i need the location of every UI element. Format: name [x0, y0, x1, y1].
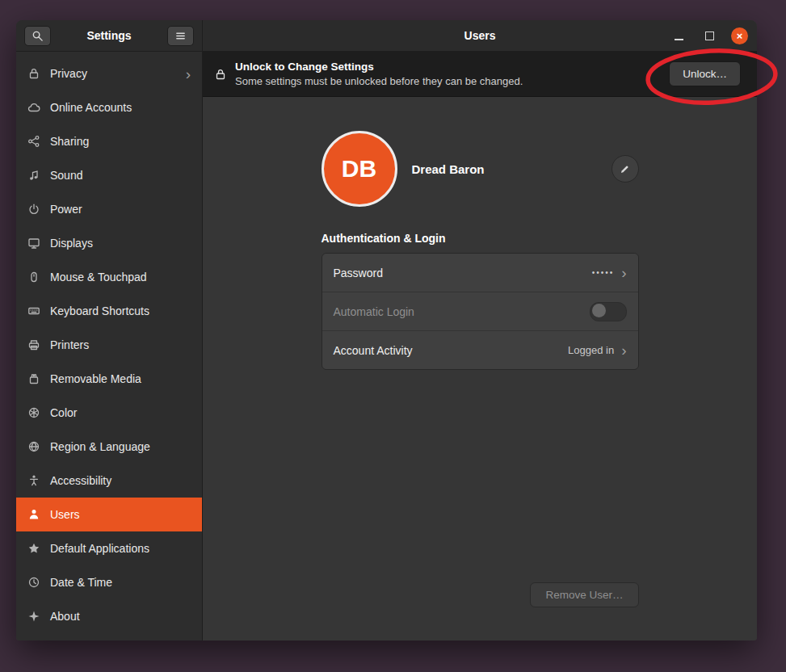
automatic-login-toggle[interactable] — [590, 302, 627, 321]
accessibility-icon — [27, 474, 40, 487]
mouse-icon — [27, 271, 40, 284]
sidebar-item-label: Displays — [50, 237, 191, 250]
search-icon — [32, 29, 44, 42]
row-label: Automatic Login — [334, 305, 582, 318]
password-dots: ••••• — [592, 268, 615, 277]
auth-listbox: Password ••••• › Automatic Login Account… — [322, 253, 639, 370]
sidebar-title: Settings — [57, 29, 161, 42]
sidebar-item-users[interactable]: Users — [16, 498, 202, 531]
monitor-icon — [27, 237, 40, 250]
music-note-icon — [27, 169, 40, 182]
avatar: DB — [322, 131, 397, 207]
users-icon — [27, 508, 40, 521]
remove-user-button[interactable]: Remove User… — [530, 582, 638, 607]
titlebar: Users × — [203, 20, 757, 52]
chevron-right-icon: › — [186, 66, 191, 82]
sidebar-item-label: Power — [50, 203, 191, 216]
avatar-initials: DB — [342, 155, 376, 183]
sidebar-item-privacy[interactable]: Privacy › — [16, 57, 202, 90]
sparkle-icon — [27, 610, 40, 623]
sidebar-item-label: Sound — [50, 169, 191, 182]
sidebar-nav: Privacy › Online Accounts Sharing Sound — [16, 52, 202, 633]
users-panel: DB Dread Baron Authentication & Login Pa… — [322, 97, 639, 640]
close-button[interactable]: × — [731, 27, 748, 44]
maximize-button[interactable] — [700, 27, 718, 44]
sidebar-item-label: Keyboard Shortcuts — [50, 304, 191, 317]
sidebar-item-color[interactable]: Color — [16, 396, 202, 430]
minimize-button[interactable] — [670, 27, 687, 44]
sidebar-item-label: Date & Time — [50, 576, 191, 589]
chevron-right-icon: › — [621, 265, 626, 280]
sidebar-item-label: Printers — [50, 338, 191, 351]
row-label: Password — [334, 267, 585, 279]
sidebar-item-displays[interactable]: Displays — [16, 226, 202, 260]
infobar-title: Unlock to Change Settings — [235, 61, 661, 73]
printer-icon — [27, 338, 40, 351]
close-icon: × — [737, 31, 743, 41]
sidebar-item-label: Accessibility — [50, 474, 191, 487]
hamburger-icon — [174, 29, 187, 42]
sidebar-item-power[interactable]: Power — [16, 192, 202, 226]
sidebar-header: Settings — [16, 20, 202, 52]
account-activity-value: Logged in — [568, 344, 614, 356]
unlock-button[interactable]: Unlock… — [669, 61, 741, 86]
chevron-right-icon: › — [621, 342, 626, 358]
maximize-icon — [705, 32, 714, 40]
power-icon — [27, 203, 40, 216]
password-row[interactable]: Password ••••• › — [322, 254, 638, 292]
settings-window: Settings Privacy › Online Accounts — [16, 20, 757, 640]
sidebar-item-label: Online Accounts — [50, 101, 191, 114]
sidebar-item-label: Color — [50, 406, 191, 419]
lock-icon — [214, 68, 227, 81]
sidebar-item-mouse-touchpad[interactable]: Mouse & Touchpad — [16, 260, 202, 294]
sidebar-item-label: Default Applications — [50, 542, 191, 555]
account-activity-row[interactable]: Account Activity Logged in › — [322, 330, 638, 369]
sidebar-item-label: Privacy — [50, 67, 176, 80]
user-header: DB Dread Baron — [322, 130, 639, 208]
sidebar-item-removable-media[interactable]: Removable Media — [16, 362, 202, 396]
removable-media-icon — [27, 372, 40, 385]
sidebar-item-printers[interactable]: Printers — [16, 328, 202, 362]
star-icon — [27, 542, 40, 555]
color-wheel-icon — [27, 406, 40, 419]
sidebar-item-label: Sharing — [50, 135, 191, 148]
window-controls: × — [670, 27, 757, 44]
row-label: Account Activity — [334, 344, 561, 357]
globe-icon — [27, 440, 40, 453]
users-page: DB Dread Baron Authentication & Login Pa… — [203, 97, 757, 640]
sidebar-item-default-applications[interactable]: Default Applications — [16, 531, 202, 565]
infobar-text: Unlock to Change Settings Some settings … — [235, 61, 661, 87]
share-icon — [27, 135, 40, 148]
sidebar-item-region-language[interactable]: Region & Language — [16, 430, 202, 464]
cloud-icon — [27, 101, 40, 114]
user-name: Dread Baron — [412, 162, 485, 176]
sidebar-item-label: Region & Language — [50, 440, 191, 453]
sidebar-item-sound[interactable]: Sound — [16, 158, 202, 192]
unlock-infobar: Unlock to Change Settings Some settings … — [203, 52, 757, 97]
section-title-authentication: Authentication & Login — [322, 232, 639, 245]
menu-button[interactable] — [167, 26, 194, 46]
sidebar-item-keyboard-shortcuts[interactable]: Keyboard Shortcuts — [16, 294, 202, 328]
sidebar-item-sharing[interactable]: Sharing — [16, 124, 202, 158]
infobar-subtitle: Some settings must be unlocked before th… — [235, 75, 661, 87]
desktop: Settings Privacy › Online Accounts — [0, 0, 786, 672]
toggle-knob — [592, 304, 606, 317]
sidebar-item-label: Users — [50, 508, 191, 521]
pencil-icon — [619, 162, 632, 175]
clock-icon — [27, 576, 40, 589]
sidebar-item-accessibility[interactable]: Accessibility — [16, 464, 202, 498]
sidebar-item-online-accounts[interactable]: Online Accounts — [16, 90, 202, 124]
sidebar: Settings Privacy › Online Accounts — [16, 20, 203, 640]
minimize-icon — [675, 39, 683, 40]
sidebar-item-label: About — [50, 610, 191, 623]
sidebar-item-label: Mouse & Touchpad — [50, 271, 191, 284]
sidebar-item-date-time[interactable]: Date & Time — [16, 565, 202, 599]
sidebar-item-about[interactable]: About — [16, 599, 202, 633]
keyboard-icon — [27, 304, 40, 317]
search-button[interactable] — [24, 26, 51, 46]
lock-icon — [27, 67, 40, 80]
edit-user-button[interactable] — [612, 155, 639, 183]
sidebar-item-label: Removable Media — [50, 372, 191, 385]
content-area: Users × Unlock to Change Settings Some s… — [203, 20, 757, 640]
automatic-login-row: Automatic Login — [322, 292, 638, 330]
